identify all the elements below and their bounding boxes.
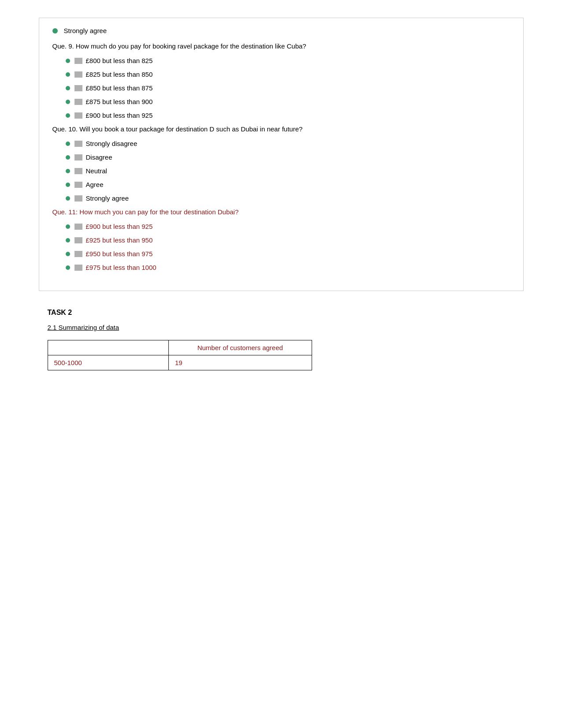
q11-option-4: £975 but less than 1000 bbox=[52, 264, 510, 271]
answer-square bbox=[74, 85, 82, 91]
q9-option-3: £850 but less than 875 bbox=[52, 84, 510, 92]
q10-option-2: Disagree bbox=[52, 153, 510, 161]
q10-option-5-label: Strongly agree bbox=[86, 194, 129, 202]
answer-square bbox=[74, 141, 82, 147]
bullet-icon bbox=[66, 169, 70, 173]
q10-option-4: Agree bbox=[52, 181, 510, 188]
bullet-icon bbox=[66, 59, 70, 63]
task2-title: TASK 2 bbox=[48, 309, 515, 317]
subsection-title: 2.1 Summarizing of data bbox=[48, 324, 515, 331]
q10-option-3: Neutral bbox=[52, 167, 510, 175]
q10-option-1: Strongly disagree bbox=[52, 140, 510, 147]
answer-square bbox=[74, 237, 82, 243]
q10-option-2-label: Disagree bbox=[86, 153, 112, 161]
bullet-icon bbox=[66, 100, 70, 104]
question10-text: Que. 10. Will you book a tour package fo… bbox=[52, 125, 510, 133]
bullet-icon bbox=[66, 86, 70, 90]
table-cell-range: 500-1000 bbox=[48, 355, 169, 370]
table-header-col2: Number of customers agreed bbox=[169, 340, 312, 355]
answer-square bbox=[74, 251, 82, 257]
q9-option-1: £800 but less than 825 bbox=[52, 57, 510, 64]
answer-square bbox=[74, 195, 82, 202]
answer-square bbox=[74, 224, 82, 230]
q9-option-4-label: £875 but less than 900 bbox=[86, 98, 153, 105]
q10-option-5: Strongly agree bbox=[52, 194, 510, 202]
table-row: 500-1000 19 bbox=[48, 355, 312, 370]
q11-option-1: £900 but less than 925 bbox=[52, 223, 510, 230]
bullet-icon bbox=[66, 142, 70, 146]
summary-table: Number of customers agreed 500-1000 19 bbox=[48, 340, 312, 370]
table-header-col1 bbox=[48, 340, 169, 355]
bullet-icon bbox=[66, 183, 70, 187]
task2-section: TASK 2 2.1 Summarizing of data Number of… bbox=[39, 309, 524, 370]
q11-option-2-label: £925 but less than 950 bbox=[86, 236, 153, 244]
bullet-icon bbox=[66, 224, 70, 229]
bullet-icon bbox=[66, 265, 70, 270]
survey-box: Strongly agree Que. 9. How much do you p… bbox=[39, 18, 524, 291]
q11-option-3: £950 but less than 975 bbox=[52, 250, 510, 258]
top-item: Strongly agree bbox=[52, 27, 510, 34]
top-item-label: Strongly agree bbox=[64, 27, 107, 34]
q10-option-3-label: Neutral bbox=[86, 167, 107, 175]
answer-square bbox=[74, 168, 82, 174]
bullet-icon bbox=[66, 113, 70, 118]
bullet-icon bbox=[66, 155, 70, 160]
answer-square bbox=[74, 58, 82, 64]
question11-text: Que. 11: How much you can pay for the to… bbox=[52, 208, 510, 216]
q9-option-3-label: £850 but less than 875 bbox=[86, 84, 153, 92]
q9-option-5-label: £900 but less than 925 bbox=[86, 112, 153, 119]
q11-option-2: £925 but less than 950 bbox=[52, 236, 510, 244]
q9-option-2: £825 but less than 850 bbox=[52, 71, 510, 78]
answer-square bbox=[74, 71, 82, 78]
q11-option-3-label: £950 but less than 975 bbox=[86, 250, 153, 258]
bullet-icon bbox=[52, 28, 58, 34]
q11-option-4-label: £975 but less than 1000 bbox=[86, 264, 156, 271]
question9-text: Que. 9. How much do you pay for booking … bbox=[52, 42, 510, 50]
q10-option-4-label: Agree bbox=[86, 181, 104, 188]
bullet-icon bbox=[66, 252, 70, 256]
q9-option-2-label: £825 but less than 850 bbox=[86, 71, 153, 78]
q10-option-1-label: Strongly disagree bbox=[86, 140, 138, 147]
q9-option-4: £875 but less than 900 bbox=[52, 98, 510, 105]
table-cell-count: 19 bbox=[169, 355, 312, 370]
q9-option-1-label: £800 but less than 825 bbox=[86, 57, 153, 64]
bullet-icon bbox=[66, 72, 70, 77]
answer-square bbox=[74, 112, 82, 119]
q9-option-5: £900 but less than 925 bbox=[52, 112, 510, 119]
answer-square bbox=[74, 182, 82, 188]
answer-square bbox=[74, 265, 82, 271]
bullet-icon bbox=[66, 196, 70, 201]
table-header-row: Number of customers agreed bbox=[48, 340, 312, 355]
bullet-icon bbox=[66, 238, 70, 243]
answer-square bbox=[74, 154, 82, 161]
page-container: Strongly agree Que. 9. How much do you p… bbox=[39, 9, 524, 379]
answer-square bbox=[74, 99, 82, 105]
q11-option-1-label: £900 but less than 925 bbox=[86, 223, 153, 230]
